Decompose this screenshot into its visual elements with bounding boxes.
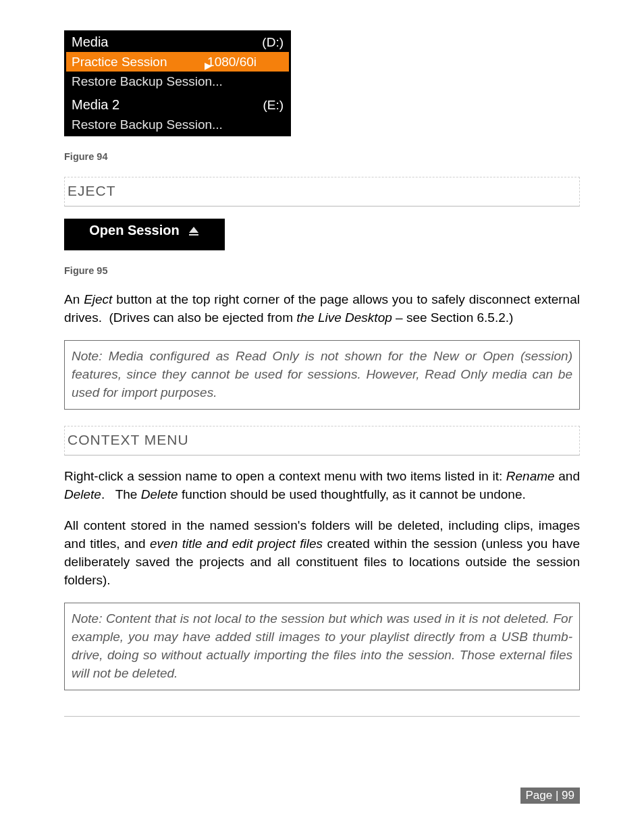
note-readonly-text: Note: Media configured as Read Only is n…: [72, 348, 572, 402]
eject-paragraph: An Eject button at the top right corner …: [64, 291, 580, 327]
open-session-panel: Open Session: [64, 219, 225, 250]
session-format: 1080/60i: [207, 55, 284, 70]
eject-heading-box: EJECT: [64, 177, 580, 206]
figure-94-caption: Figure 94: [64, 151, 580, 162]
media-drive-letter: (D:): [262, 35, 284, 50]
eject-icon: [189, 227, 200, 238]
context-menu-heading: CONTEXT MENU: [68, 432, 576, 448]
cursor-icon: ▶: [205, 60, 212, 71]
restore-text-2: Restore Backup Session...: [72, 117, 223, 132]
media2-drive-letter: (E:): [263, 98, 284, 113]
media2-drive-header: Media 2 (E:): [66, 95, 289, 115]
media-panel-screenshot: Media (D:) Practice Session ▶ 1080/60i R…: [64, 30, 291, 136]
page-number: Page | 99: [520, 788, 580, 804]
eject-heading: EJECT: [68, 183, 576, 199]
restore-row-2: Restore Backup Session...: [66, 115, 289, 134]
figure-95-caption: Figure 95: [64, 265, 580, 276]
open-session-label: Open Session: [89, 223, 179, 238]
restore-row-1: Restore Backup Session...: [66, 72, 289, 91]
note-box-external: Note: Content that is not local to the s…: [64, 603, 580, 690]
context-paragraph-1: Right-click a session name to open a con…: [64, 468, 580, 504]
media-drive-header: Media (D:): [66, 32, 289, 52]
context-paragraph-2: All content stored in the named session'…: [64, 517, 580, 590]
note-box-readonly: Note: Media configured as Read Only is n…: [64, 340, 580, 410]
restore-text: Restore Backup Session...: [72, 74, 223, 89]
media2-title: Media 2: [72, 97, 119, 113]
context-menu-heading-box: CONTEXT MENU: [64, 426, 580, 456]
session-row-practice: Practice Session ▶ 1080/60i: [66, 52, 289, 72]
media-title: Media: [72, 34, 108, 50]
note-external-text: Note: Content that is not local to the s…: [72, 610, 572, 683]
session-name: Practice Session: [72, 55, 167, 70]
footer-rule: [64, 716, 580, 717]
